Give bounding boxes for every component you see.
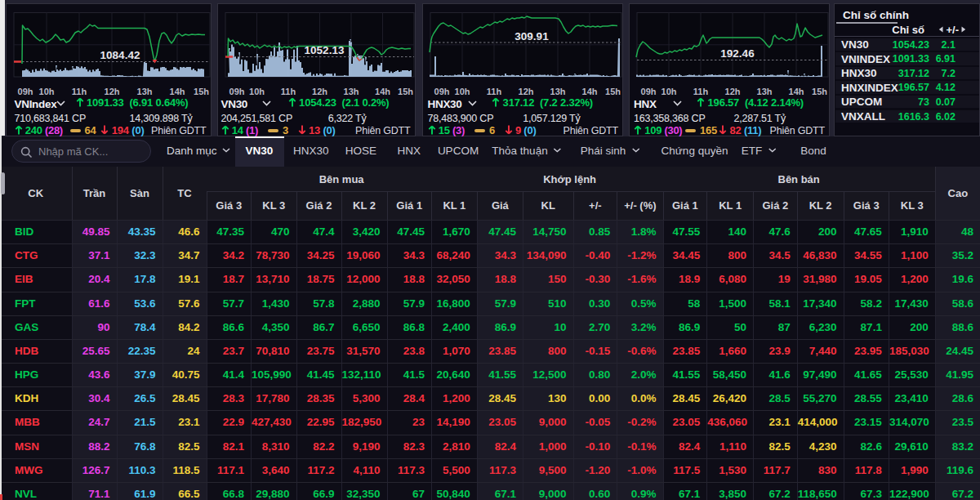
svg-text:10h: 10h — [38, 87, 54, 96]
svg-text:13h: 13h — [550, 87, 566, 96]
svg-text:12h: 12h — [519, 87, 534, 96]
svg-text:10h: 10h — [455, 87, 470, 96]
svg-text:15h: 15h — [605, 87, 621, 96]
svg-text:15h: 15h — [194, 87, 209, 96]
svg-text:12h: 12h — [312, 87, 327, 96]
svg-text:13h: 13h — [343, 87, 359, 96]
svg-text:14h: 14h — [789, 87, 804, 96]
svg-text:309.91: 309.91 — [514, 29, 549, 42]
svg-text:09h: 09h — [434, 87, 450, 96]
svg-text:11h: 11h — [693, 87, 709, 96]
svg-text:15h: 15h — [812, 87, 827, 96]
svg-text:192.46: 192.46 — [720, 47, 755, 60]
svg-text:12h: 12h — [104, 87, 119, 96]
svg-text:09h: 09h — [229, 87, 244, 96]
svg-text:13h: 13h — [136, 87, 152, 96]
svg-text:14h: 14h — [582, 87, 598, 96]
svg-text:1052.13: 1052.13 — [304, 44, 344, 56]
svg-text:14h: 14h — [375, 87, 390, 96]
svg-text:1084.42: 1084.42 — [100, 49, 140, 61]
svg-text:14h: 14h — [169, 87, 185, 96]
svg-text:15h: 15h — [398, 87, 413, 96]
svg-text:13h: 13h — [757, 87, 773, 96]
svg-text:11h: 11h — [487, 87, 502, 96]
svg-text:11h: 11h — [280, 87, 296, 96]
svg-text:12h: 12h — [725, 87, 741, 96]
svg-text:09h: 09h — [641, 87, 657, 96]
svg-text:11h: 11h — [71, 87, 87, 96]
svg-text:09h: 09h — [17, 87, 33, 96]
svg-text:10h: 10h — [662, 87, 677, 96]
svg-text:10h: 10h — [249, 87, 265, 96]
